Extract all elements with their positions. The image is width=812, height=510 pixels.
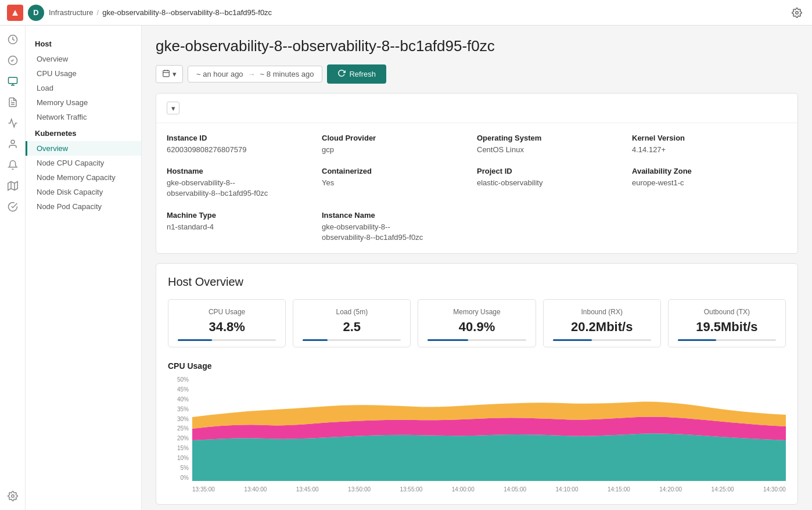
icon-rail (0, 26, 26, 510)
overview-title: Host Overview (168, 275, 786, 289)
page-title: gke-observability-8--observability-8--bc… (156, 37, 798, 55)
y-label-0: 0% (181, 475, 189, 481)
collapse-button[interactable]: ▾ (167, 102, 179, 114)
chart-svg (192, 376, 786, 481)
settings-icon[interactable] (789, 5, 805, 21)
info-machine-type: Machine Type n1-standard-4 (167, 211, 322, 243)
content-area: gke-observability-8--observability-8--bc… (142, 26, 812, 510)
metric-tile-outbound: Outbound (TX) 19.5Mbit/s (668, 299, 786, 347)
sidebar-item-node-cpu[interactable]: Node CPU Capacity (26, 156, 141, 170)
y-label-5: 5% (181, 465, 189, 471)
time-controls: ▾ ~ an hour ago → ~ 8 minutes ago Refres… (156, 64, 798, 84)
project-id-value: elastic-observability (477, 178, 632, 188)
machine-type-label: Machine Type (167, 211, 322, 220)
svg-point-0 (796, 11, 799, 14)
info-kernel: Kernel Version 4.14.127+ (632, 134, 787, 155)
sidebar-item-cpu-usage[interactable]: CPU Usage (26, 66, 141, 81)
svg-rect-3 (8, 77, 17, 84)
cpu-tile-value: 34.8% (178, 319, 276, 335)
chart-container: 50% 45% 40% 35% 30% 25% 20% 15% 10% 5% 0… (168, 376, 786, 493)
metric-tile-memory: Memory Usage 40.9% (418, 299, 536, 347)
hostname-label: Hostname (167, 167, 322, 175)
nav-user-icon[interactable] (3, 135, 22, 153)
sidebar-item-load[interactable]: Load (26, 81, 141, 95)
kernel-value: 4.14.127+ (632, 145, 787, 155)
app-logo (7, 5, 23, 21)
sidebar-item-node-memory[interactable]: Node Memory Capacity (26, 170, 141, 185)
sidebar-item-memory-usage[interactable]: Memory Usage (26, 95, 141, 110)
inbound-tile-value: 20.2Mbit/s (553, 319, 651, 335)
x-label-1410: 14:10:00 (556, 486, 579, 493)
metric-tile-load: Load (5m) 2.5 (293, 299, 411, 347)
x-label-1335: 13:35:00 (192, 486, 215, 493)
memory-tile-bar (427, 339, 526, 341)
instance-id-value: 6200309808276807579 (167, 145, 322, 155)
sidebar-item-node-pod[interactable]: Node Pod Capacity (26, 199, 141, 214)
x-label-1345: 13:45:00 (296, 486, 319, 493)
svg-point-6 (11, 140, 15, 143)
y-label-40: 40% (177, 396, 189, 403)
y-label-50: 50% (177, 376, 189, 383)
inbound-tile-bar-fill (553, 339, 592, 341)
nav-apm-icon[interactable] (3, 51, 22, 70)
refresh-button[interactable]: Refresh (327, 64, 386, 84)
y-label-45: 45% (177, 386, 189, 393)
load-tile-value: 2.5 (303, 319, 401, 335)
az-label: Availability Zone (632, 167, 787, 175)
calendar-button[interactable]: ▾ (156, 65, 183, 83)
nav-gear-icon[interactable] (3, 487, 22, 505)
breadcrumb-current: gke-observability-8--observability-8--bc… (102, 8, 272, 17)
time-range: ~ an hour ago → ~ 8 minutes ago (188, 66, 322, 82)
chart-title: CPU Usage (168, 361, 786, 371)
y-label-10: 10% (177, 455, 189, 461)
instance-id-label: Instance ID (167, 134, 322, 142)
info-availability-zone: Availability Zone europe-west1-c (632, 167, 787, 199)
sidebar-item-overview[interactable]: Overview (26, 52, 141, 66)
nav-uptime-icon[interactable] (3, 197, 22, 216)
hostname-value: gke-observability-8--observability-8--bc… (167, 178, 322, 199)
main-layout: Host Overview CPU Usage Load Memory Usag… (0, 26, 812, 510)
nav-alert-icon[interactable] (3, 156, 22, 174)
info-cloud-provider: Cloud Provider gcp (322, 134, 477, 155)
svg-point-10 (11, 495, 14, 498)
sidebar-k8s-section: Kubernetes (26, 124, 141, 141)
nav-infra-icon[interactable] (3, 72, 22, 91)
y-label-25: 25% (177, 425, 189, 432)
x-label-1405: 14:05:00 (504, 486, 526, 493)
metric-tile-inbound: Inbound (RX) 20.2Mbit/s (543, 299, 661, 347)
memory-tile-bar-fill (427, 339, 468, 341)
info-os: Operating System CentOS Linux (477, 134, 632, 155)
time-start: ~ an hour ago (196, 70, 243, 78)
breadcrumb-infra[interactable]: Infrastructure (49, 8, 94, 17)
memory-tile-label: Memory Usage (427, 308, 526, 316)
sidebar-item-network-traffic[interactable]: Network Traffic (26, 110, 141, 124)
inbound-tile-bar (553, 339, 651, 341)
nav-logs-icon[interactable] (3, 93, 22, 112)
containerized-label: Containerized (322, 167, 477, 175)
outbound-tile-bar-fill (678, 339, 716, 341)
sidebar-item-node-disk[interactable]: Node Disk Capacity (26, 185, 141, 199)
x-label-1350: 13:50:00 (348, 486, 371, 493)
outbound-tile-bar (678, 339, 776, 341)
nav-clock-icon[interactable] (3, 30, 22, 49)
avatar[interactable]: D (28, 5, 44, 21)
cloud-provider-label: Cloud Provider (322, 134, 477, 142)
metric-tile-cpu: CPU Usage 34.8% (168, 299, 286, 347)
chevron-down-icon: ▾ (171, 104, 175, 113)
host-info-card: ▾ Instance ID 6200309808276807579 Cloud … (156, 93, 798, 254)
nav-metrics-icon[interactable] (3, 114, 22, 132)
sidebar-item-k8s-overview[interactable]: Overview (26, 141, 141, 156)
os-label: Operating System (477, 134, 632, 142)
os-value: CentOS Linux (477, 145, 632, 155)
load-tile-label: Load (5m) (303, 308, 401, 316)
y-label-35: 35% (177, 406, 189, 412)
containerized-value: Yes (322, 178, 477, 188)
nav-map-icon[interactable] (3, 177, 22, 195)
sidebar: Host Overview CPU Usage Load Memory Usag… (26, 26, 142, 510)
load-tile-bar (303, 339, 401, 341)
project-id-label: Project ID (477, 167, 632, 175)
cloud-provider-value: gcp (322, 145, 477, 155)
x-label-1400: 14:00:00 (452, 486, 475, 493)
info-grid: Instance ID 6200309808276807579 Cloud Pr… (156, 123, 797, 253)
az-value: europe-west1-c (632, 178, 787, 188)
